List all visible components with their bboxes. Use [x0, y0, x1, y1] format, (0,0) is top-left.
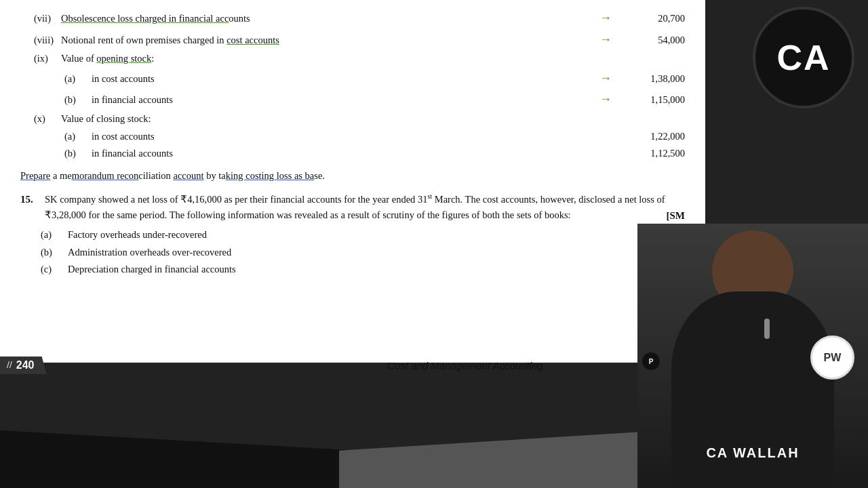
underline-costing: king costing loss as ba	[226, 170, 315, 181]
subitem-value-ix-a: 1,38,000	[617, 70, 685, 87]
list-subitem: (c) Depreciation charged in financial ac…	[41, 261, 685, 278]
item-x-group: (x) Value of closing stock: (a) in cost …	[34, 110, 685, 162]
list-subitem: (a) in cost accounts 1,22,000	[64, 128, 685, 145]
subitem-label-x-b: (b)	[64, 145, 92, 162]
subitem-text-x-b: in financial accounts	[92, 145, 597, 162]
page-number-text: 240	[16, 359, 35, 371]
prepare-instruction: Prepare a memorandum reconciliation acco…	[20, 167, 685, 184]
underline-text: Obsolescence loss charged in financial a…	[61, 13, 229, 24]
arrow-icon-ix-a: →	[599, 68, 612, 89]
q15-label-c: (c)	[41, 261, 68, 278]
question-15: 15. SK company showed a net loss of ₹4,1…	[20, 191, 685, 225]
list-item: (viii) Notional rent of own premises cha…	[34, 29, 685, 50]
footer-pw-icon: P	[642, 352, 660, 370]
microphone-icon	[764, 319, 770, 339]
subitem-text-ix-a: in cost accounts	[92, 70, 594, 87]
underline-memorandum: morandum recon	[72, 170, 139, 181]
list-subitem: (a) Factory overheads under-recovered ₹6…	[41, 226, 685, 243]
slide-content: (vii) Obsolescence loss charged in finan…	[0, 0, 705, 366]
arrow-icon-ix-b: →	[599, 89, 612, 110]
subitem-label-x-a: (a)	[64, 128, 92, 145]
subitem-text-ix-b: in financial accounts	[92, 92, 594, 108]
footer-subject-text: Cost and Management Accounting	[387, 360, 543, 371]
footer-pw-text: P	[649, 358, 654, 365]
question-number: 15.	[20, 191, 41, 225]
question-text-15: SK company showed a net loss of ₹4,16,00…	[45, 191, 685, 225]
sm-bracket: [SM	[667, 207, 686, 224]
ca-wallah-label: CA WALLAH	[706, 445, 799, 461]
pw-badge: PW	[810, 336, 854, 380]
subitem-label-ix-a: (a)	[64, 70, 92, 87]
item-text-ix: Value of opening stock:	[61, 50, 617, 67]
item-label-viii: (viii)	[34, 32, 61, 49]
list-subitem: (b) Administration overheads over-recove…	[41, 244, 685, 261]
q15-subitems: (a) Factory overheads under-recovered ₹6…	[41, 226, 685, 278]
item-value-vii: 20,700	[617, 10, 685, 27]
q15-text-a: Factory overheads under-recovered	[68, 226, 597, 243]
page-number-badge: // 240	[0, 357, 46, 374]
q15-label-b: (b)	[41, 244, 68, 261]
list-subitem: (b) in financial accounts 1,12,500	[64, 145, 685, 162]
item-value-viii: 54,000	[617, 32, 685, 49]
ca-logo: CA	[753, 7, 854, 108]
item-text-x: Value of closing stock:	[61, 110, 617, 127]
subitem-value-ix-b: 1,15,000	[617, 92, 685, 108]
q15-label-a: (a)	[41, 226, 68, 243]
item-ix-group: (ix) Value of opening stock: (a) in cost…	[34, 50, 685, 110]
subitem-value-x-b: 1,12,500	[617, 145, 685, 162]
item-label-vii: (vii)	[34, 10, 61, 27]
underline-cost-accounts: cost accounts	[226, 35, 279, 45]
underline-prepare: Prepare	[20, 170, 50, 181]
list-item: (x) Value of closing stock:	[34, 110, 685, 127]
page-chevron-icon: //	[7, 360, 12, 371]
q15-text-c: Depreciation charged in financial accoun…	[68, 261, 597, 278]
presenter-area: PW CA WALLAH	[637, 224, 868, 488]
ca-wallah-text: CA WALLAH	[706, 445, 799, 460]
subitem-value-x-a: 1,22,000	[617, 128, 685, 145]
arrow-icon-viii: →	[599, 29, 612, 50]
content-body: (vii) Obsolescence loss charged in finan…	[20, 7, 685, 278]
arrow-icon-vii: →	[599, 7, 612, 28]
underline-opening: opening stock	[96, 53, 151, 64]
subitem-text-x-a: in cost accounts	[92, 128, 597, 145]
bottom-bar	[0, 363, 651, 488]
prepare-text: Prepare a memorandum reconciliation acco…	[20, 170, 325, 181]
q15-text-b: Administration overheads over-recovered	[68, 244, 597, 261]
pw-badge-text: PW	[824, 352, 842, 364]
item-label-x: (x)	[34, 110, 61, 127]
underline-account: account	[173, 170, 203, 181]
list-item: (vii) Obsolescence loss charged in finan…	[34, 7, 685, 28]
list-subitem: (b) in financial accounts → 1,15,000	[64, 89, 685, 110]
item-label-ix: (ix)	[34, 50, 61, 67]
bottom-right-shape	[339, 430, 665, 488]
item-text-vii: Obsolescence loss charged in financial a…	[61, 10, 594, 27]
footer-subject: Cost and Management Accounting	[387, 360, 543, 371]
item-text-viii: Notional rent of own premises charged in…	[61, 32, 594, 49]
ca-logo-text: CA	[776, 37, 830, 78]
list-subitem: (a) in cost accounts → 1,38,000	[64, 68, 685, 89]
list-item: (ix) Value of opening stock:	[34, 50, 685, 67]
bottom-left-shape	[0, 430, 359, 488]
subitem-label-ix-b: (b)	[64, 92, 92, 108]
